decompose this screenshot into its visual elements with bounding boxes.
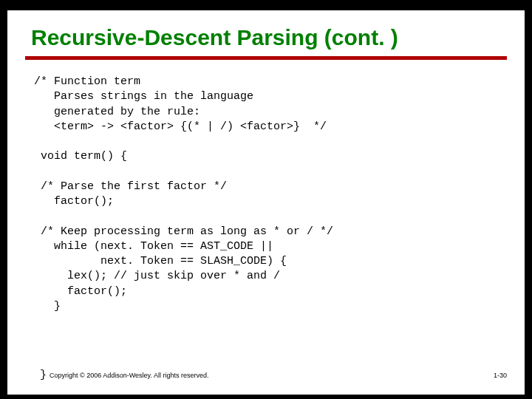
code-line: /* Parse the first factor */ [34,180,227,193]
code-line: Parses strings in the language [34,90,253,103]
code-line: generated by the rule: [34,106,200,118]
page-number: 1-30 [494,372,507,379]
code-line: <term> -> <factor> {(* | /) <factor>} */ [34,120,327,133]
slide: Recursive-Descent Parsing (cont. ) /* Fu… [7,10,525,395]
code-line: /* Keep processing term as long as * or … [34,225,333,238]
code-line: /* Function term [34,75,140,88]
code-block: /* Function term Parses strings in the l… [7,60,525,314]
code-line: factor(); [34,195,114,208]
code-line: next. Token == SLASH_CODE) { [34,255,287,267]
code-line: while (next. Token == AST_CODE || [34,240,273,253]
code-line: } [34,300,61,313]
code-line: void term() { [34,150,127,163]
footer-left: } Copyright © 2006 Addison-Wesley. All r… [40,369,208,381]
code-closing-brace: } [40,369,47,381]
code-line: lex(); // just skip over * and / [34,270,280,282]
footer: } Copyright © 2006 Addison-Wesley. All r… [40,369,507,381]
slide-title: Recursive-Descent Parsing (cont. ) [7,10,525,56]
code-line: factor(); [34,285,127,298]
copyright-text: Copyright © 2006 Addison-Wesley. All rig… [50,372,208,379]
